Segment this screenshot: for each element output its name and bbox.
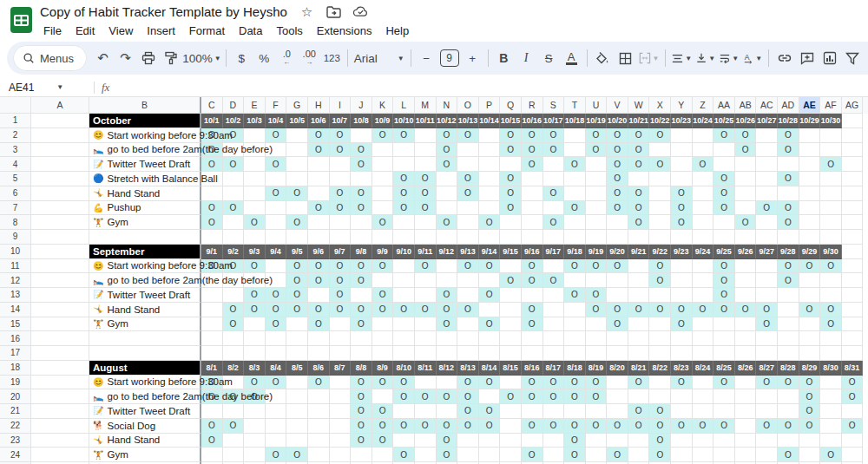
cell-A9[interactable] xyxy=(31,230,89,245)
cell-Q14[interactable] xyxy=(500,303,522,317)
cell-Q4[interactable] xyxy=(500,157,522,172)
cell-A1[interactable] xyxy=(31,114,89,128)
habit-mark-cell-S2[interactable]: O xyxy=(543,128,565,143)
cell-U5[interactable] xyxy=(586,172,608,186)
cell-AG10[interactable] xyxy=(842,245,864,259)
habit-mark-cell-T22[interactable]: O xyxy=(564,419,586,434)
cell-G9[interactable] xyxy=(286,230,308,245)
cell-AG7[interactable] xyxy=(842,201,864,216)
habit-mark-cell-W21[interactable]: O xyxy=(628,404,650,419)
cell-F5[interactable] xyxy=(266,172,287,186)
cell-AG12[interactable] xyxy=(842,273,864,288)
cell-L15[interactable] xyxy=(393,317,415,332)
cell-N16[interactable] xyxy=(437,331,458,346)
cell-AC16[interactable] xyxy=(756,331,778,346)
cell-P16[interactable] xyxy=(479,331,501,346)
cell-P3[interactable] xyxy=(479,143,501,158)
menu-tools[interactable]: Tools xyxy=(269,23,309,39)
cell-W15[interactable] xyxy=(628,317,650,332)
cell-Y23[interactable] xyxy=(671,434,693,448)
cell-N21[interactable] xyxy=(437,404,458,419)
cell-B24[interactable]: 🏋Gym xyxy=(89,448,201,462)
habit-mark-cell-U22[interactable]: O xyxy=(586,419,608,434)
sheets-logo[interactable] xyxy=(10,7,33,33)
cell-K20[interactable] xyxy=(372,389,394,404)
cell-Q13[interactable] xyxy=(500,288,522,303)
cell-M12[interactable] xyxy=(415,273,437,288)
formula-input[interactable] xyxy=(109,78,868,96)
column-header-L[interactable]: L xyxy=(393,97,415,114)
habit-mark-cell-D22[interactable]: O xyxy=(223,419,245,434)
habit-mark-cell-V5[interactable]: O xyxy=(607,172,628,186)
column-header-Q[interactable]: Q xyxy=(500,97,522,114)
habit-mark-cell-F6[interactable]: O xyxy=(266,186,287,201)
cell-Q24[interactable] xyxy=(500,448,522,462)
decrease-decimal-button[interactable]: .0← xyxy=(276,47,298,69)
date-header-cell-W1[interactable]: 10/21 xyxy=(628,114,650,128)
habit-mark-cell-L20[interactable]: O xyxy=(393,389,415,404)
row-header-13[interactable]: 13 xyxy=(0,288,31,303)
cell-Z23[interactable] xyxy=(693,434,714,448)
cell-I9[interactable] xyxy=(330,230,352,245)
cell-AG6[interactable] xyxy=(842,186,864,201)
print-button[interactable] xyxy=(137,47,159,69)
column-header-W[interactable]: W xyxy=(628,97,650,114)
column-header-J[interactable]: J xyxy=(351,97,372,114)
cell-S5[interactable] xyxy=(543,172,565,186)
cell-AF21[interactable] xyxy=(820,404,842,419)
habit-mark-cell-X4[interactable]: O xyxy=(649,157,671,172)
habit-mark-cell-Q2[interactable]: O xyxy=(500,128,522,143)
date-header-cell-Q10[interactable]: 9/15 xyxy=(500,245,522,259)
cell-AF19[interactable] xyxy=(820,376,842,390)
cell-R5[interactable] xyxy=(522,172,543,186)
cell-Z20[interactable] xyxy=(693,389,714,404)
cell-N9[interactable] xyxy=(437,230,458,245)
cell-T12[interactable] xyxy=(564,273,586,288)
date-header-cell-G18[interactable]: 8/5 xyxy=(286,361,308,376)
habit-mark-cell-W22[interactable]: O xyxy=(628,419,650,434)
date-header-cell-N1[interactable]: 10/12 xyxy=(437,114,458,128)
column-header-O[interactable]: O xyxy=(457,97,479,114)
habit-mark-cell-K11[interactable]: O xyxy=(372,259,394,274)
cell-Z5[interactable] xyxy=(693,172,714,186)
cell-AG9[interactable] xyxy=(842,230,864,245)
cell-Q17[interactable] xyxy=(500,346,522,361)
menu-help[interactable]: Help xyxy=(378,23,416,39)
habit-mark-cell-U11[interactable]: O xyxy=(586,259,608,274)
column-header-AF[interactable]: AF xyxy=(820,97,842,114)
cell-B7[interactable]: 💪Pushup xyxy=(89,201,201,216)
italic-button[interactable]: I xyxy=(516,47,537,69)
cell-M21[interactable] xyxy=(415,404,437,419)
cell-Q23[interactable] xyxy=(500,434,522,448)
cell-I24[interactable] xyxy=(330,448,352,462)
habit-mark-cell-L2[interactable]: O xyxy=(393,128,415,143)
habit-mark-cell-S8[interactable]: O xyxy=(543,215,565,230)
date-header-cell-R10[interactable]: 9/16 xyxy=(522,245,543,259)
habit-mark-cell-D14[interactable]: O xyxy=(223,303,245,317)
date-header-cell-AE10[interactable]: 9/29 xyxy=(799,245,821,259)
cell-N11[interactable] xyxy=(437,259,458,274)
date-header-cell-X10[interactable]: 9/22 xyxy=(649,245,671,259)
habit-mark-cell-E11[interactable]: O xyxy=(244,259,266,274)
cell-AB17[interactable] xyxy=(735,346,757,361)
cell-W11[interactable] xyxy=(628,259,650,274)
cell-H16[interactable] xyxy=(308,331,330,346)
cell-AC12[interactable] xyxy=(756,273,778,288)
cell-B3[interactable]: 🛌go to bed before 2am(the day before) xyxy=(89,143,201,158)
cell-J9[interactable] xyxy=(351,230,372,245)
increase-decimal-button[interactable]: .00→ xyxy=(299,47,320,69)
percent-format-button[interactable]: % xyxy=(253,47,275,69)
cell-Z19[interactable] xyxy=(693,376,714,390)
cell-P2[interactable] xyxy=(479,128,501,143)
cell-AG23[interactable] xyxy=(842,434,864,448)
cell-U9[interactable] xyxy=(586,230,608,245)
habit-mark-cell-AF11[interactable]: O xyxy=(820,259,842,274)
cell-L8[interactable] xyxy=(393,215,415,230)
habit-mark-cell-V22[interactable]: O xyxy=(607,419,628,434)
cell-H9[interactable] xyxy=(308,230,330,245)
habit-mark-cell-Z14[interactable]: O xyxy=(693,303,714,317)
habit-mark-cell-J14[interactable]: O xyxy=(351,303,372,317)
name-box[interactable]: AE41 ▼ xyxy=(0,82,87,94)
date-header-cell-J1[interactable]: 10/8 xyxy=(351,114,372,128)
date-header-cell-M1[interactable]: 10/11 xyxy=(415,114,437,128)
